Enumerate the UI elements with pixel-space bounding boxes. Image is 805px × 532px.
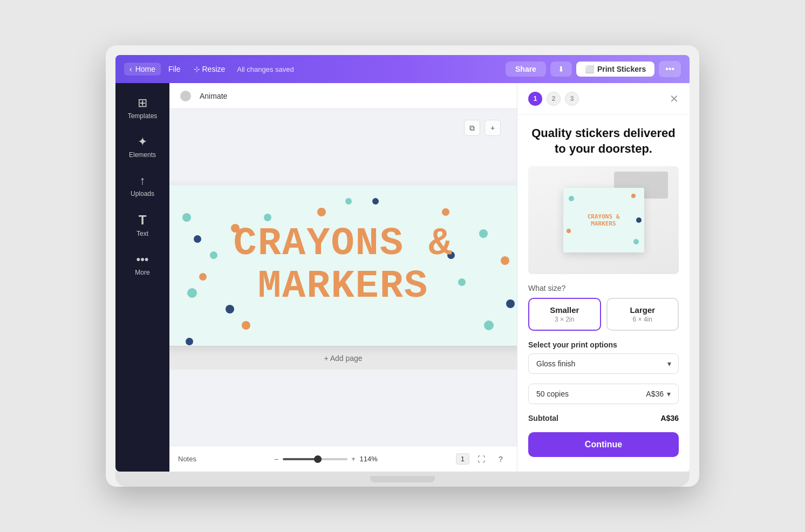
size-larger-name: Larger	[614, 305, 672, 315]
finish-dropdown-wrapper: Gloss finish Matte finish Transparent ▾	[528, 353, 679, 374]
download-icon: ⬇	[558, 65, 564, 73]
editor-area: Animate ⧉ +	[169, 83, 517, 472]
print-options-section: Select your print options Gloss finish M…	[528, 340, 679, 374]
preview-mock: CRAYONS &MARKERS	[528, 166, 679, 274]
panel-title: Quality stickers delivered to your doors…	[528, 126, 679, 156]
more-button[interactable]: •••	[659, 61, 681, 77]
svg-point-27	[569, 196, 574, 201]
share-button[interactable]: Share	[506, 62, 546, 77]
sidebar: ⊞ Templates ✦ Elements ↑ Uploads T Text …	[115, 83, 169, 472]
download-button[interactable]: ⬇	[550, 62, 572, 77]
sidebar-item-templates[interactable]: ⊞ Templates	[115, 88, 169, 127]
svg-point-22	[186, 338, 193, 345]
finish-dropdown[interactable]: Gloss finish Matte finish Transparent	[528, 353, 679, 374]
zoom-out-icon: –	[275, 455, 278, 463]
copies-label: 50 copies	[536, 390, 569, 398]
main-content: ⊞ Templates ✦ Elements ↑ Uploads T Text …	[115, 83, 690, 472]
resize-icon: ⊹	[194, 65, 200, 73]
elements-icon: ✦	[138, 135, 147, 149]
print-stickers-button[interactable]: ⬜ Print Stickers	[576, 62, 654, 77]
home-button[interactable]: ‹ Home	[124, 63, 161, 76]
notes-button[interactable]: Notes	[178, 455, 196, 463]
step-2: 2	[547, 92, 561, 106]
size-larger-card[interactable]: Larger 6 × 4in	[606, 298, 679, 331]
svg-point-28	[631, 194, 636, 198]
templates-icon: ⊞	[138, 96, 147, 110]
help-button[interactable]: ?	[493, 452, 508, 467]
size-smaller-name: Smaller	[536, 305, 593, 315]
copies-row: 50 copies A$36 ▾	[528, 384, 679, 404]
subtotal-price: A$36	[661, 414, 679, 422]
size-smaller-card[interactable]: Smaller 3 × 2in	[528, 298, 601, 331]
animate-bar: Animate	[169, 83, 517, 109]
sidebar-item-elements[interactable]: ✦ Elements	[115, 127, 169, 166]
page-indicator: 1	[456, 453, 469, 465]
sidebar-label-text: Text	[137, 230, 148, 237]
subtotal-row: Subtotal A$36	[528, 414, 679, 422]
size-label: What size?	[528, 284, 679, 292]
continue-button[interactable]: Continue	[528, 432, 679, 457]
file-button[interactable]: File	[163, 63, 186, 76]
step-1: 1	[528, 92, 542, 106]
canvas-wrapper: CRAYONS & MARKERS	[169, 185, 517, 346]
subtotal-label: Subtotal	[528, 414, 558, 422]
top-bar-right: Share ⬇ ⬜ Print Stickers •••	[506, 61, 681, 77]
sticker-icon: ⬜	[585, 65, 594, 73]
canvas-toolbar: ⧉ +	[464, 120, 501, 136]
sidebar-item-more[interactable]: ••• More	[115, 245, 169, 284]
canvas-area: ⧉ +	[169, 109, 517, 446]
size-options: Smaller 3 × 2in Larger 6 × 4in	[528, 298, 679, 331]
top-bar: ‹ Home File ⊹ Resize All changes saved S…	[115, 55, 690, 83]
product-preview: CRAYONS &MARKERS	[528, 166, 679, 274]
size-smaller-dim: 3 × 2in	[536, 316, 593, 323]
sidebar-item-uploads[interactable]: ↑ Uploads	[115, 166, 169, 205]
svg-point-29	[636, 217, 642, 223]
bottom-bar: Notes – + 114% 1 ⛶ ?	[169, 446, 517, 472]
zoom-controls: – + 114%	[275, 455, 378, 463]
fullscreen-button[interactable]: ⛶	[474, 452, 489, 467]
save-status: All changes saved	[237, 65, 294, 73]
panel-body: Quality stickers delivered to your doors…	[517, 115, 690, 468]
sidebar-label-more: More	[135, 269, 149, 276]
svg-point-30	[567, 229, 571, 233]
chevron-left-icon: ‹	[129, 65, 132, 73]
size-larger-dim: 6 × 4in	[614, 316, 672, 323]
sidebar-label-elements: Elements	[129, 151, 156, 159]
uploads-icon: ↑	[140, 174, 146, 188]
animate-label: Animate	[200, 92, 227, 100]
add-page-button[interactable]: + Add page	[169, 346, 517, 370]
copies-price: A$36	[646, 390, 664, 398]
svg-point-31	[633, 239, 639, 244]
more-icon: •••	[136, 253, 148, 267]
copies-dropdown-arrow[interactable]: ▾	[667, 390, 671, 398]
expand-canvas-button[interactable]: +	[485, 120, 501, 136]
resize-button[interactable]: ⊹ Resize	[188, 63, 231, 76]
zoom-slider[interactable]	[283, 458, 347, 460]
text-icon: T	[139, 213, 147, 228]
copies-price-section: A$36 ▾	[646, 390, 671, 398]
home-label: Home	[135, 65, 155, 73]
sidebar-label-uploads: Uploads	[131, 190, 154, 197]
step-3: 3	[565, 92, 579, 106]
panel-steps: 1 2 3	[528, 92, 579, 106]
canvas-title: CRAYONS & MARKERS	[187, 223, 500, 308]
right-panel: 1 2 3 ✕ Quality stickers delivered to yo…	[517, 83, 690, 472]
copy-canvas-button[interactable]: ⧉	[464, 120, 480, 136]
zoom-value: 114%	[360, 455, 378, 463]
zoom-in-icon: +	[352, 455, 356, 463]
print-options-label: Select your print options	[528, 340, 679, 349]
animate-circle-icon	[180, 91, 191, 101]
panel-header: 1 2 3 ✕	[517, 83, 690, 115]
sidebar-label-templates: Templates	[128, 112, 158, 120]
bottom-right-controls: 1 ⛶ ?	[456, 452, 508, 467]
size-section: What size? Smaller 3 × 2in Larger 6 × 4i…	[528, 284, 679, 331]
canvas-text: CRAYONS & MARKERS	[176, 201, 510, 330]
close-panel-button[interactable]: ✕	[670, 92, 679, 105]
sidebar-item-text[interactable]: T Text	[115, 205, 169, 245]
top-bar-left: ‹ Home File ⊹ Resize All changes saved	[124, 63, 501, 76]
